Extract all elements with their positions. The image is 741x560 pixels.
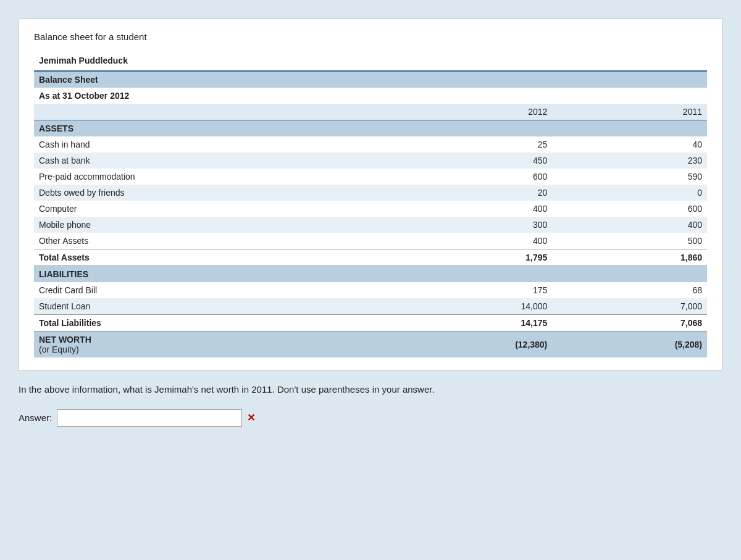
liability-2011: 7,000 <box>552 298 707 315</box>
total-assets-2011: 1,860 <box>552 249 707 266</box>
sheet-title-row: Balance Sheet <box>34 71 707 88</box>
total-liabilities-label: Total Liabilities <box>34 315 404 332</box>
total-liabilities-row: Total Liabilities 14,175 7,068 <box>34 315 707 332</box>
liability-label: Student Loan <box>34 298 404 315</box>
page-container: Balance sheet for a student Jemimah Pudd… <box>19 19 722 427</box>
year-2011-header: 2011 <box>552 104 707 120</box>
asset-label: Cash in hand <box>34 136 404 153</box>
asset-2012: 20 <box>404 185 553 201</box>
net-worth-2011: (5,208) <box>552 332 707 358</box>
asset-label: Other Assets <box>34 233 404 249</box>
date-row: As at 31 October 2012 <box>34 88 707 104</box>
list-item: Computer 400 600 <box>34 201 707 217</box>
asset-label: Computer <box>34 201 404 217</box>
asset-2011: 600 <box>552 201 707 217</box>
asset-2012: 600 <box>404 169 553 185</box>
total-liabilities-2012: 14,175 <box>404 315 553 332</box>
liability-2012: 175 <box>404 282 553 298</box>
equity-label: (or Equity) <box>39 345 79 354</box>
asset-2012: 450 <box>404 153 553 169</box>
asset-2011: 590 <box>552 169 707 185</box>
balance-table: Jemimah Puddleduck Balance Sheet As at 3… <box>34 51 707 357</box>
assets-header: ASSETS <box>34 120 404 137</box>
asset-label: Debts owed by friends <box>34 185 404 201</box>
asset-label: Mobile phone <box>34 217 404 233</box>
asset-2012: 400 <box>404 201 553 217</box>
net-worth-2012: (12,380) <box>404 332 553 358</box>
answer-input[interactable] <box>57 409 242 427</box>
total-assets-2012: 1,795 <box>404 249 553 266</box>
sheet-title: Balance Sheet <box>34 71 404 88</box>
asset-2011: 500 <box>552 233 707 249</box>
year-header-row: 2012 2011 <box>34 104 707 120</box>
asset-2012: 400 <box>404 233 553 249</box>
question-text: In the above information, what is Jemima… <box>19 383 722 397</box>
liability-2012: 14,000 <box>404 298 553 315</box>
assets-header-row: ASSETS <box>34 120 707 137</box>
total-liabilities-2011: 7,068 <box>552 315 707 332</box>
net-worth-header: NET WORTH <box>39 335 91 345</box>
entity-name: Jemimah Puddleduck <box>34 51 404 71</box>
year-2012-header: 2012 <box>404 104 553 120</box>
asset-2012: 25 <box>404 136 553 153</box>
balance-sheet-card: Balance sheet for a student Jemimah Pudd… <box>19 19 722 370</box>
card-title: Balance sheet for a student <box>34 31 707 42</box>
asset-2011: 400 <box>552 217 707 233</box>
asset-label: Cash at bank <box>34 153 404 169</box>
entity-name-row: Jemimah Puddleduck <box>34 51 707 71</box>
list-item: Mobile phone 300 400 <box>34 217 707 233</box>
list-item: Cash at bank 450 230 <box>34 153 707 169</box>
liability-2011: 68 <box>552 282 707 298</box>
list-item: Debts owed by friends 20 0 <box>34 185 707 201</box>
list-item: Credit Card Bill 175 68 <box>34 282 707 298</box>
answer-row: Answer: ✕ <box>19 409 722 427</box>
net-worth-label: NET WORTH (or Equity) <box>34 332 404 358</box>
total-assets-label: Total Assets <box>34 249 404 266</box>
liability-label: Credit Card Bill <box>34 282 404 298</box>
list-item: Other Assets 400 500 <box>34 233 707 249</box>
asset-label: Pre-paid accommodation <box>34 169 404 185</box>
liabilities-header-row: LIABILITIES <box>34 266 707 283</box>
x-icon: ✕ <box>247 412 255 424</box>
liabilities-header: LIABILITIES <box>34 266 404 283</box>
asset-2011: 40 <box>552 136 707 153</box>
date-label: As at 31 October 2012 <box>34 88 404 104</box>
list-item: Student Loan 14,000 7,000 <box>34 298 707 315</box>
list-item: Pre-paid accommodation 600 590 <box>34 169 707 185</box>
net-worth-row: NET WORTH (or Equity) (12,380) (5,208) <box>34 332 707 358</box>
total-assets-row: Total Assets 1,795 1,860 <box>34 249 707 266</box>
asset-2011: 0 <box>552 185 707 201</box>
asset-2012: 300 <box>404 217 553 233</box>
answer-label: Answer: <box>19 412 52 423</box>
asset-2011: 230 <box>552 153 707 169</box>
list-item: Cash in hand 25 40 <box>34 136 707 153</box>
